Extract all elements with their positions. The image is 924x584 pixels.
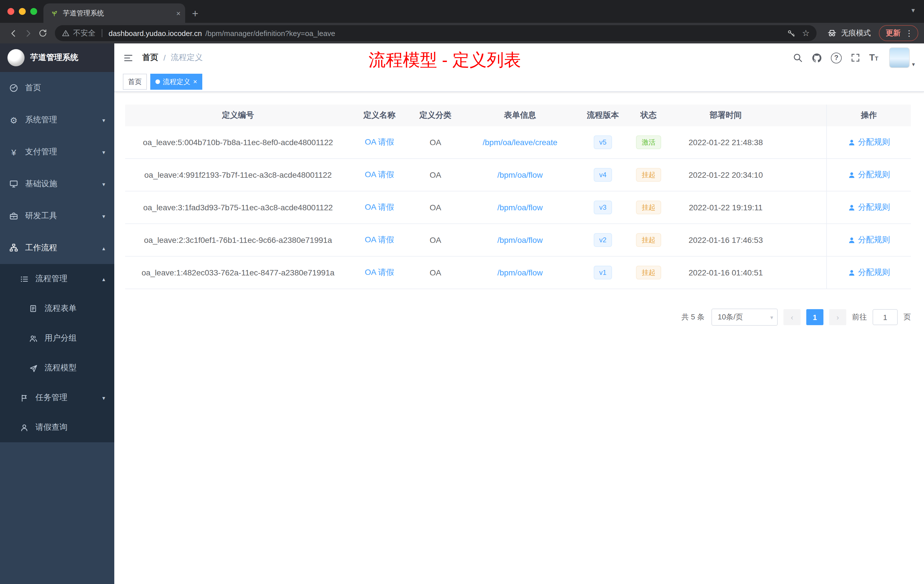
breadcrumb-home[interactable]: 首页 [142, 53, 158, 63]
url-path: /bpm/manager/definition?key=oa_leave [205, 29, 335, 38]
sidebar-logo[interactable]: 芋道管理系统 [0, 43, 114, 72]
row-spacer [783, 191, 826, 223]
goto-page-input[interactable] [873, 309, 898, 325]
sidebar-item-leave-query[interactable]: 请假查询 [0, 412, 114, 442]
sidebar-item-process-model[interactable]: 流程模型 [0, 353, 114, 383]
workflow-tree-icon [9, 243, 18, 252]
update-label: 更新 [886, 28, 901, 38]
column-header: 部署时间 [668, 105, 783, 126]
navbar-actions: ? TT ▾ [792, 48, 915, 68]
definition-name-link[interactable]: OA 请假 [365, 202, 394, 213]
back-button[interactable] [6, 26, 21, 41]
omnibox[interactable]: 不安全 dashboard.yudao.iocoder.cn /bpm/mana… [55, 25, 817, 41]
assign-rule-link[interactable]: 分配规则 [848, 170, 890, 180]
version-tag: v2 [594, 233, 612, 247]
next-page-button[interactable]: › [829, 309, 846, 325]
sidebar-title: 芋道管理系统 [30, 53, 78, 63]
page-size-select[interactable]: 10条/页 ▾ [711, 308, 778, 326]
sidebar-toggle-hamburger-icon[interactable] [123, 52, 134, 63]
zoom-window-button[interactable] [30, 8, 37, 15]
sidebar-item-system[interactable]: ⚙ 系统管理 ▾ [0, 104, 114, 136]
gear-icon: ⚙ [9, 115, 18, 125]
goto-label: 前往 [852, 312, 867, 322]
incognito-icon [827, 28, 837, 38]
sidebar-item-process-management[interactable]: 流程管理 ▴ [0, 264, 114, 294]
assign-rule-label: 分配规则 [858, 137, 890, 147]
font-size-icon[interactable]: TT [869, 53, 878, 62]
definition-name-link[interactable]: OA 请假 [365, 170, 394, 180]
sidebar-item-payment[interactable]: ¥ 支付管理 ▾ [0, 136, 114, 168]
sidebar-item-label: 流程表单 [45, 304, 77, 314]
browser-menu-kebab-icon[interactable]: ⋮ [903, 28, 915, 38]
sidebar-item-task-management[interactable]: 任务管理 ▾ [0, 383, 114, 412]
definition-name-link[interactable]: OA 请假 [365, 137, 394, 147]
form-info-link[interactable]: /bpm/oa/flow [497, 203, 543, 212]
definition-id: oa_leave:2:3c1f0ef1-76b1-11ec-9c66-a2380… [125, 224, 351, 256]
assign-rule-label: 分配规则 [858, 235, 890, 245]
tag-home[interactable]: 首页 [123, 74, 147, 90]
incognito-label: 无痕模式 [841, 28, 871, 38]
github-icon[interactable] [812, 52, 822, 63]
sidebar-item-user-group[interactable]: 用户分组 [0, 323, 114, 353]
form-info-link[interactable]: /bpm/oa/flow [497, 268, 543, 277]
definition-name-link[interactable]: OA 请假 [365, 235, 394, 245]
assign-rule-link[interactable]: 分配规则 [848, 202, 890, 213]
page-unit-label: 页 [903, 312, 911, 322]
column-header: 操作 [826, 105, 911, 126]
table-row: oa_leave:2:3c1f0ef1-76b1-11ec-9c66-a2380… [125, 224, 911, 257]
reload-button[interactable] [35, 26, 50, 41]
row-spacer [783, 126, 826, 158]
tag-process-definition[interactable]: 流程定义 × [150, 74, 202, 90]
sidebar-item-home[interactable]: 首页 [0, 72, 114, 104]
deploy-time: 2022-01-22 19:19:11 [668, 191, 783, 223]
sidebar-item-workflow[interactable]: 工作流程 ▴ [0, 232, 114, 264]
search-icon[interactable] [792, 53, 803, 63]
assign-rule-link[interactable]: 分配规则 [848, 235, 890, 245]
chevron-down-icon: ▾ [102, 149, 105, 155]
sidebar-item-label: 基础设施 [25, 179, 57, 189]
column-header: 流程版本 [577, 105, 629, 126]
column-header: 定义名称 [351, 105, 408, 126]
tab-close-icon[interactable]: × [176, 10, 181, 17]
definition-name-link[interactable]: OA 请假 [365, 267, 394, 278]
assign-rule-label: 分配规则 [858, 202, 890, 213]
form-info-link[interactable]: /bpm/oa/flow [497, 170, 543, 180]
form-info-link[interactable]: /bpm/oa/leave/create [483, 138, 558, 147]
minimize-window-button[interactable] [19, 8, 26, 15]
table-row: oa_leave:4:991f2193-7b7f-11ec-a3c8-acde4… [125, 159, 911, 191]
avatar[interactable] [889, 48, 910, 68]
logo-avatar [7, 49, 25, 66]
security-warning-icon [62, 29, 70, 37]
table-row: oa_leave:5:004b710b-7b8a-11ec-8ef0-acde4… [125, 126, 911, 159]
assign-rule-link[interactable]: 分配规则 [848, 137, 890, 147]
tab-search-chevron-icon[interactable]: ▾ [911, 6, 915, 14]
app-window: 芋道管理系统 首页 ⚙ 系统管理 ▾ ¥ 支付管理 ▾ [0, 43, 924, 584]
page-1-button[interactable]: 1 [806, 309, 823, 325]
close-window-button[interactable] [7, 8, 14, 15]
fullscreen-icon[interactable] [850, 53, 861, 63]
help-icon[interactable]: ? [831, 52, 842, 63]
page-annotation-title: 流程模型 - 定义列表 [369, 49, 521, 72]
update-button[interactable]: 更新 ⋮ [879, 25, 918, 41]
tag-close-icon[interactable]: × [193, 78, 197, 85]
forward-button[interactable] [21, 26, 35, 41]
password-key-icon[interactable] [787, 29, 795, 38]
version-tag: v5 [594, 135, 612, 149]
sidebar-item-process-form[interactable]: 流程表单 [0, 294, 114, 323]
dashboard-icon [9, 83, 18, 92]
definition-id: oa_leave:5:004b710b-7b8a-11ec-8ef0-acde4… [125, 126, 351, 158]
browser-tabstrip: 芋道管理系统 × + ▾ [0, 0, 924, 23]
assign-rule-label: 分配规则 [858, 267, 890, 278]
form-info-link[interactable]: /bpm/oa/flow [497, 236, 543, 244]
sidebar-item-infrastructure[interactable]: 基础设施 ▾ [0, 168, 114, 200]
new-tab-button[interactable]: + [192, 8, 198, 19]
user-avatar-menu[interactable]: ▾ [889, 48, 915, 68]
prev-page-button[interactable]: ‹ [784, 309, 800, 325]
browser-tab[interactable]: 芋道管理系统 × [43, 3, 185, 23]
column-header: 表单信息 [463, 105, 577, 126]
breadcrumb-separator: / [163, 53, 166, 62]
sidebar-item-devtools[interactable]: 研发工具 ▾ [0, 200, 114, 232]
bookmark-star-icon[interactable]: ☆ [802, 28, 810, 38]
assign-rule-link[interactable]: 分配规则 [848, 267, 890, 278]
sidebar-item-label: 工作流程 [25, 243, 57, 253]
